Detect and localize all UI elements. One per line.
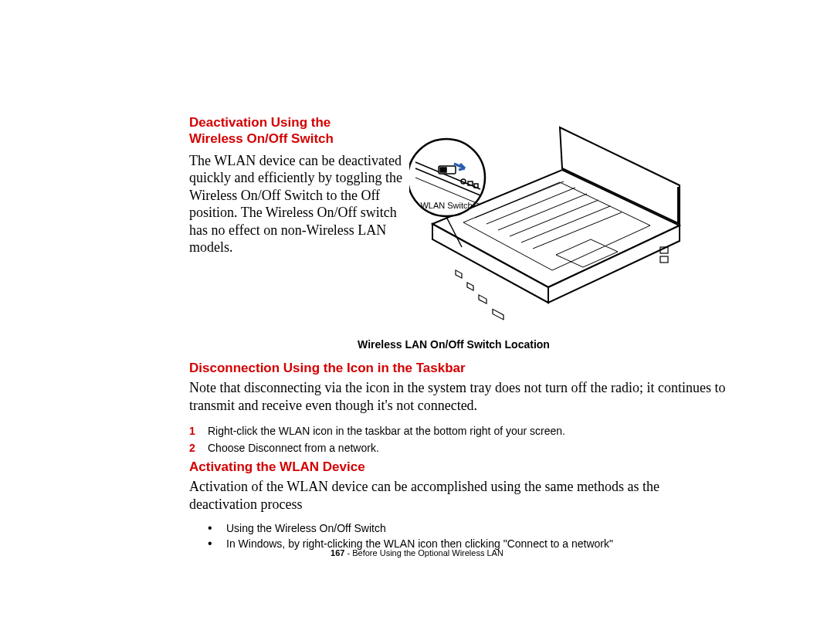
body-disconnection: Note that disconnecting via the icon in … bbox=[189, 379, 730, 414]
figure-laptop: WLAN Switch bbox=[409, 124, 691, 324]
svg-rect-16 bbox=[440, 168, 446, 172]
bullet-text: Using the Wireless On/Off Switch bbox=[226, 522, 386, 534]
step-text: Right-click the WLAN icon in the taskbar… bbox=[208, 425, 565, 437]
svg-rect-8 bbox=[467, 283, 473, 290]
heading-activating: Activating the WLAN Device bbox=[189, 459, 730, 475]
step-text: Choose Disconnect from a network. bbox=[208, 442, 379, 454]
figure-wlan-switch-label: WLAN Switch bbox=[420, 201, 472, 210]
svg-rect-12 bbox=[660, 256, 668, 263]
step-number: 2 bbox=[189, 442, 208, 454]
footer-sep: - bbox=[344, 548, 352, 558]
footer-page-number: 167 bbox=[331, 548, 344, 558]
page-footer: 167 - Before Using the Optional Wireless… bbox=[0, 548, 834, 558]
heading-deactivation-line1: Deactivation Using the bbox=[189, 115, 331, 130]
bullet-icon: • bbox=[189, 522, 226, 534]
body-activating: Activation of the WLAN device can be acc… bbox=[189, 478, 730, 513]
figure-caption: Wireless LAN On/Off Switch Location bbox=[189, 338, 718, 351]
svg-rect-10 bbox=[493, 309, 503, 319]
heading-deactivation: Deactivation Using the Wireless On/Off S… bbox=[189, 114, 413, 147]
step-row: 2 Choose Disconnect from a network. bbox=[189, 442, 730, 454]
step-number: 1 bbox=[189, 425, 208, 437]
heading-disconnection: Disconnection Using the Icon in the Task… bbox=[189, 360, 730, 376]
body-deactivation: The WLAN device can be deactivated quick… bbox=[189, 152, 413, 256]
footer-title: Before Using the Optional Wireless LAN bbox=[352, 548, 503, 558]
svg-rect-7 bbox=[456, 270, 462, 278]
bullet-row: • Using the Wireless On/Off Switch bbox=[189, 522, 730, 534]
svg-rect-9 bbox=[479, 295, 486, 303]
heading-deactivation-line2: Wireless On/Off Switch bbox=[189, 131, 334, 146]
step-row: 1 Right-click the WLAN icon in the taskb… bbox=[189, 425, 730, 437]
